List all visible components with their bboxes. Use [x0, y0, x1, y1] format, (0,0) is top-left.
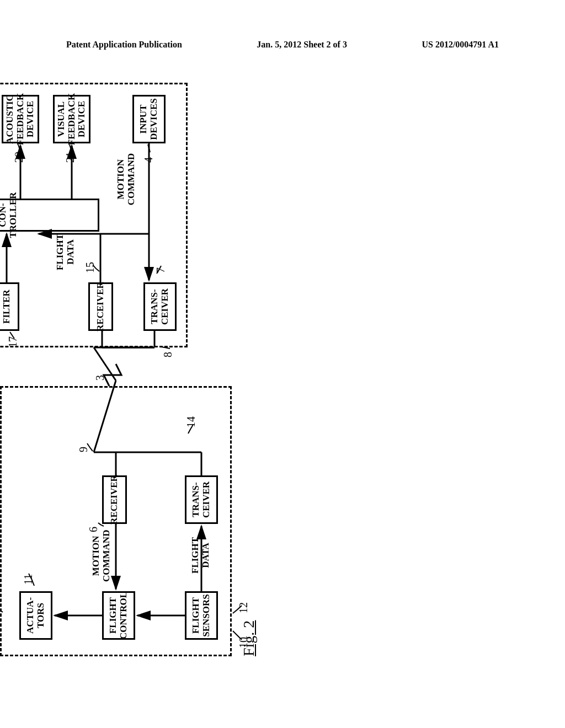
page-header: Patent Application Publication Jan. 5, 2…	[0, 40, 565, 50]
label-flight-data-1: FLIGHTDATA	[190, 537, 211, 574]
header-right: US 2012/0004791 A1	[422, 40, 499, 50]
box-transceiver-1: TRANS-CEIVER	[185, 475, 218, 524]
ref-3: 3	[94, 375, 106, 381]
box-receiver-1: RECEIVER	[102, 475, 127, 524]
label-motion-command-2: MOTION COMMAND	[116, 138, 136, 221]
ref-7: 7	[154, 267, 167, 273]
box-flight-control: FLIGHTCONTROL	[102, 591, 135, 640]
header-left: Patent Application Publication	[66, 40, 182, 50]
box-flight-sensors: FLIGHTSENSORS	[185, 591, 218, 640]
ref-8: 8	[162, 352, 174, 357]
label-motion-command-1: MOTIONCOMMAND	[91, 530, 111, 582]
box-receiver-2: RECEIVER	[88, 282, 113, 331]
figure-label: Fig. 2	[240, 620, 258, 656]
box-input-devices: INPUTDEVICES	[132, 95, 166, 143]
ref-20: 20	[13, 152, 25, 163]
ref-14: 14	[185, 416, 198, 427]
ref-6: 6	[87, 527, 100, 532]
box-filter: FILTER	[0, 282, 19, 331]
ref-12: 12	[237, 602, 250, 613]
box-transceiver-2: TRANS-CEIVER	[143, 282, 177, 331]
label-flight-data-2: FLIGHTDATA	[55, 234, 76, 270]
ref-17: 17	[7, 336, 19, 347]
ref-9: 9	[77, 447, 90, 452]
box-actuators: ACTUA-TORS	[19, 591, 52, 640]
ref-15: 15	[84, 262, 97, 273]
ref-4: 4	[142, 157, 155, 163]
box-visual-fb: VISUALFEEDBACKDEVICE	[53, 95, 90, 143]
ref-11: 11	[22, 574, 35, 585]
box-controller: CON-TROLLER	[0, 199, 99, 232]
ref-21: 21	[64, 152, 77, 163]
figure-diagram: ACTUA-TORS FLIGHTCONTROL FLIGHTSENSORS R…	[0, 281, 463, 656]
box-acoustic-fb: ACOUSTICFEEDBACKDEVICE	[2, 95, 39, 143]
header-center: Jan. 5, 2012 Sheet 2 of 3	[257, 40, 347, 50]
